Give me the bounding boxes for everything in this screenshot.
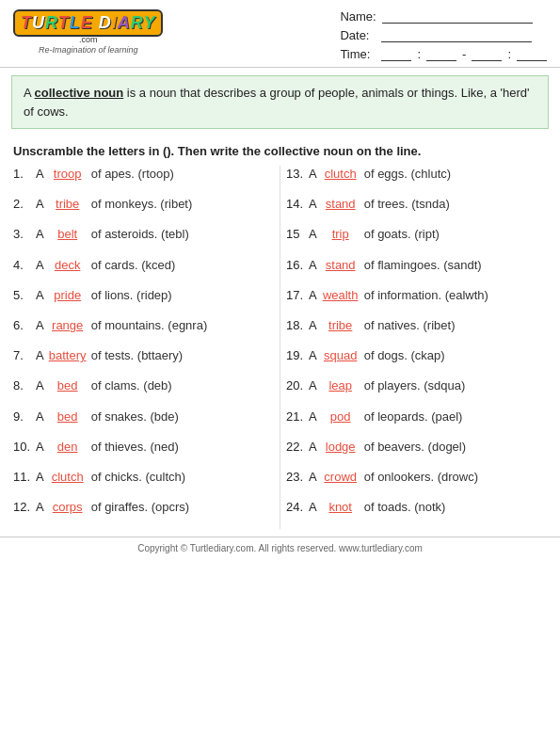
item-a: A (309, 409, 317, 425)
item-a: A (309, 196, 317, 213)
right-col: 13.Aclutchof eggs. (chlutc)14.Astandof t… (286, 166, 547, 529)
item-text: of dogs. (ckap) (364, 347, 445, 364)
list-item: 12.Acorpsof giraffes. (opcrs) (13, 499, 274, 516)
item-num: 10. (13, 439, 36, 456)
list-item: 17.Awealthof information. (ealwth) (286, 287, 547, 304)
item-a: A (309, 317, 317, 334)
item-num: 14. (286, 196, 309, 213)
date-line (381, 29, 532, 42)
list-item: 21.Apodof leopards. (pael) (286, 409, 547, 425)
item-text: of beavers. (dogel) (364, 439, 466, 456)
answer: leap (320, 377, 361, 394)
list-item: 3.Abeltof asteroids. (tebl) (13, 226, 274, 243)
footer: Copyright © Turtlediary.com. All rights … (0, 537, 560, 557)
item-num: 11. (13, 469, 36, 486)
item-num: 18. (286, 317, 309, 334)
name-line (382, 10, 533, 24)
item-num: 4. (13, 257, 36, 274)
answer: knot (320, 499, 361, 516)
answer: wealth (320, 287, 361, 304)
item-num: 7. (13, 347, 36, 364)
item-num: 8. (13, 377, 36, 394)
list-item: 16.Astandof flamingoes. (sandt) (286, 257, 547, 274)
list-item: 7.Abatteryof tests. (bttaery) (13, 347, 274, 364)
item-text: of natives. (ribet) (364, 317, 456, 334)
item-text: of lions. (ridep) (91, 287, 172, 304)
time-sep3: : (507, 47, 511, 61)
time-line4 (517, 48, 547, 61)
item-num: 6. (13, 317, 36, 334)
item-text: of tests. (bttaery) (91, 347, 184, 364)
item-num: 9. (13, 409, 36, 425)
answer: clutch (47, 469, 88, 486)
list-item: 23.Acrowdof onlookers. (drowc) (286, 469, 547, 486)
answer: clutch (320, 166, 361, 183)
answer: trip (320, 226, 361, 243)
item-a: A (36, 439, 44, 456)
item-a: A (36, 317, 44, 334)
item-a: A (36, 166, 44, 183)
answer: pride (47, 287, 88, 304)
list-item: 18.Atribeof natives. (ribet) (286, 317, 547, 334)
list-item: 13.Aclutchof eggs. (chlutc) (286, 166, 547, 183)
item-num: 23. (286, 469, 309, 486)
answer: range (47, 317, 88, 334)
logo-area: TURTLE DIARY .com Re-Imagination of lear… (13, 9, 163, 55)
item-a: A (309, 377, 317, 394)
item-text: of leopards. (pael) (364, 409, 463, 425)
item-a: A (309, 166, 317, 183)
item-a: A (309, 226, 317, 243)
item-text: of onlookers. (drowc) (364, 469, 478, 486)
item-text: of eggs. (chlutc) (364, 166, 452, 183)
collective-noun-bold: collective noun (35, 86, 124, 100)
item-text: of mountains. (egnra) (91, 317, 208, 334)
list-item: 2.Atribeof monkeys. (ribet) (13, 196, 274, 213)
item-num: 20. (286, 377, 309, 394)
item-num: 3. (13, 226, 36, 243)
answer: belt (47, 226, 88, 243)
list-item: 1.Atroopof apes. (rtoop) (13, 166, 274, 183)
item-a: A (36, 196, 44, 213)
item-text: of giraffes. (opcrs) (91, 499, 190, 516)
date-label: Date: (340, 28, 376, 42)
answer: stand (320, 257, 361, 274)
answer: den (47, 439, 88, 456)
list-item: 10.Adenof thieves. (ned) (13, 439, 274, 456)
answer: bed (47, 409, 88, 425)
item-a: A (36, 409, 44, 425)
item-text: of snakes. (bde) (91, 409, 179, 425)
list-item: 20.Aleapof players. (sdqua) (286, 377, 547, 394)
logo-com: .com (79, 35, 98, 44)
list-item: 22.Alodgeof beavers. (dogel) (286, 439, 547, 456)
name-row: Name: (340, 9, 547, 24)
item-num: 12. (13, 499, 36, 516)
definition-before: A (24, 86, 35, 100)
time-line2 (426, 48, 456, 61)
item-a: A (309, 257, 317, 274)
item-num: 2. (13, 196, 36, 213)
columns: 1.Atroopof apes. (rtoop)2.Atribeof monke… (13, 166, 547, 529)
column-divider (280, 166, 280, 529)
item-text: of chicks. (cultch) (91, 469, 185, 486)
time-line1 (381, 48, 411, 61)
item-text: of toads. (notk) (364, 499, 446, 516)
list-item: 9.Abedof snakes. (bde) (13, 409, 274, 425)
item-text: of clams. (deb) (91, 377, 172, 394)
answer: pod (320, 409, 361, 425)
logo-tagline: Re-Imagination of learning (39, 45, 138, 55)
item-text: of cards. (kced) (91, 257, 176, 274)
logo: TURTLE DIARY (13, 9, 163, 37)
item-num: 15 (286, 226, 309, 243)
answer: stand (320, 196, 361, 213)
date-row: Date: (340, 28, 547, 42)
item-text: of apes. (rtoop) (91, 166, 174, 183)
item-num: 19. (286, 347, 309, 364)
item-text: of goats. (ript) (364, 226, 440, 243)
answer: tribe (47, 196, 88, 213)
item-text: of players. (sdqua) (364, 377, 466, 394)
item-text: of monkeys. (ribet) (91, 196, 193, 213)
item-num: 16. (286, 257, 309, 274)
item-num: 17. (286, 287, 309, 304)
item-a: A (36, 257, 44, 274)
item-a: A (36, 499, 44, 516)
